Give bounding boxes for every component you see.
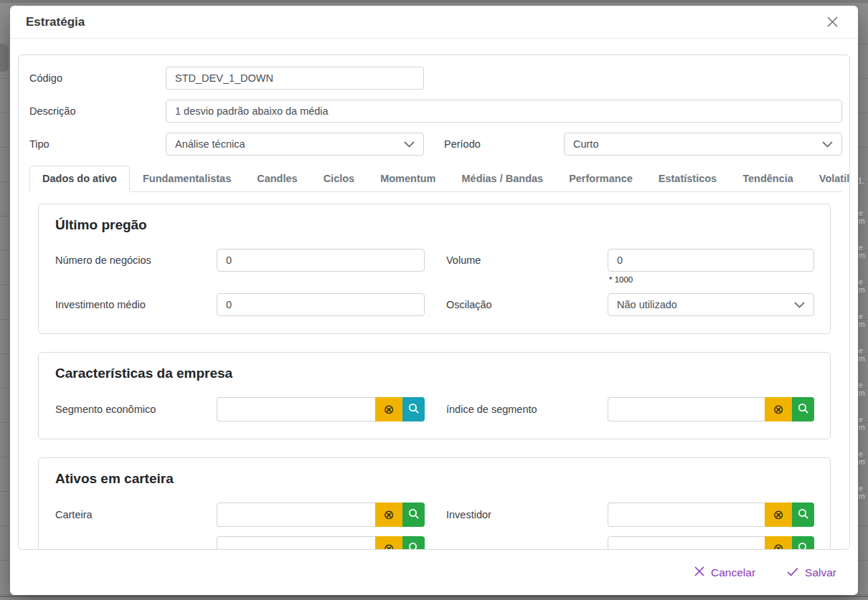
background-row-fragment: em [859, 313, 868, 347]
clear-button[interactable]: ⊗ [375, 536, 402, 550]
segmento-economico-input[interactable] [217, 397, 375, 422]
cancel-button[interactable]: Cancelar [692, 562, 758, 584]
search-button[interactable] [402, 397, 425, 422]
numero-negocios-input[interactable] [217, 249, 425, 272]
clear-button[interactable]: ⊗ [765, 397, 792, 422]
section-caracteristicas-empresa: Características da empresa Segmento econ… [38, 352, 831, 439]
tipo-label: Tipo [29, 138, 166, 150]
volume-input[interactable] [608, 249, 814, 272]
segmento-economico-label: Segmento econômico [55, 404, 217, 415]
tab-ciclos[interactable]: Ciclos [311, 166, 368, 192]
section-title: Último pregão [55, 217, 814, 233]
tab-momentum[interactable]: Momentum [367, 166, 448, 192]
investimento-medio-input[interactable] [217, 293, 425, 316]
section-title: Características da empresa [55, 366, 814, 381]
clipped-search-group: ⊗ [217, 536, 425, 550]
tipo-select-value: Análise técnica [175, 138, 245, 150]
tab-tendencia[interactable]: Tendência [730, 166, 806, 192]
tipo-periodo-row: Tipo Análise técnica Período Curto [29, 133, 842, 156]
tab-estatisticos[interactable]: Estatísticos [646, 166, 730, 192]
search-icon [798, 542, 809, 551]
dialog-header: Estratégia [10, 6, 858, 39]
tab-candles[interactable]: Candles [244, 166, 310, 192]
tab-volatilidade[interactable]: Volatilidade [806, 166, 850, 192]
search-button[interactable] [402, 503, 425, 527]
indice-segmento-input[interactable] [608, 397, 765, 422]
dialog-form-container: Código Descrição Tipo Análise técnica Pe… [18, 54, 850, 550]
clear-button[interactable]: ⊗ [765, 536, 792, 550]
background-table-fragments: em em em em em em em em em [859, 209, 868, 519]
tab-dados-do-ativo[interactable]: Dados do ativo [29, 166, 130, 192]
volume-field: * 1000 [608, 249, 814, 272]
background-text-fragment: 1. [858, 176, 864, 185]
carteira-label: Carteira [55, 509, 217, 520]
background-row-fragment: em [859, 485, 868, 519]
search-icon [408, 403, 420, 416]
descricao-label: Descrição [29, 105, 166, 117]
search-button[interactable] [402, 536, 425, 550]
search-icon [408, 542, 420, 551]
section-title: Ativos em carteira [55, 471, 814, 487]
close-button[interactable] [824, 14, 841, 30]
field-row: Carteira ⊗ Investidor ⊗ [55, 503, 814, 527]
section-ultimo-pregao: Último pregão Número de negócios Volume … [38, 204, 831, 334]
search-icon [408, 508, 420, 522]
periodo-select[interactable]: Curto [564, 133, 842, 156]
volume-label: Volume [446, 254, 608, 266]
investimento-medio-label: Investimento médio [55, 299, 217, 310]
segmento-economico-search-group: ⊗ [217, 397, 425, 422]
clipped-input[interactable] [608, 536, 765, 550]
close-icon [827, 19, 838, 29]
chevron-down-icon [404, 141, 415, 148]
background-row-fragment: em [859, 450, 868, 485]
strategy-tabstrip: Dados do ativo Fundamentalistas Candles … [29, 166, 842, 192]
clear-circle-x-icon: ⊗ [773, 403, 783, 416]
investidor-label: Investidor [446, 509, 608, 520]
codigo-label: Código [29, 72, 166, 84]
tipo-select[interactable]: Análise técnica [166, 133, 424, 156]
codigo-input[interactable] [166, 67, 424, 90]
tab-performance[interactable]: Performance [556, 166, 646, 192]
background-top-edge [0, 0, 868, 3]
field-row-clipped: ⊗ ⊗ [55, 536, 814, 550]
background-row-fragment: em [859, 244, 868, 278]
background-button-fragment [0, 44, 9, 72]
oscilacao-select[interactable]: Não utilizado [608, 293, 814, 316]
descricao-input[interactable] [166, 100, 842, 123]
oscilacao-select-value: Não utilizado [617, 299, 677, 310]
save-check-icon [787, 566, 798, 579]
tab-fundamentalistas[interactable]: Fundamentalistas [130, 166, 244, 192]
search-button[interactable] [792, 536, 814, 550]
clear-button[interactable]: ⊗ [375, 397, 402, 422]
search-button[interactable] [792, 397, 814, 422]
background-row-fragment: em [859, 416, 868, 450]
descricao-row: Descrição [29, 100, 842, 123]
carteira-input[interactable] [217, 503, 375, 527]
chevron-down-icon [794, 302, 805, 308]
clear-button[interactable]: ⊗ [375, 503, 402, 527]
clear-circle-x-icon: ⊗ [383, 403, 394, 416]
background-row-fragment: em [859, 381, 868, 416]
dialog-title: Estratégia [26, 15, 85, 29]
field-row: Investimento médio Oscilação Não utiliza… [55, 293, 814, 316]
periodo-select-value: Curto [573, 138, 598, 150]
field-row: Segmento econômico ⊗ índice de segmento [55, 397, 814, 422]
indice-segmento-search-group: ⊗ [608, 397, 814, 422]
background-row-fragment: em [859, 278, 868, 313]
oscilacao-label: Oscilação [446, 299, 608, 310]
clear-circle-x-icon: ⊗ [773, 542, 783, 550]
clipped-input[interactable] [217, 536, 375, 550]
investidor-search-group: ⊗ [608, 503, 814, 527]
tab-panel-dados-do-ativo: Último pregão Número de negócios Volume … [29, 192, 842, 550]
save-button[interactable]: Salvar [784, 562, 839, 584]
numero-negocios-label: Número de negócios [55, 254, 217, 266]
save-button-label: Salvar [805, 566, 836, 579]
investidor-input[interactable] [608, 503, 765, 527]
tab-medias-bandas[interactable]: Médias / Bandas [449, 166, 557, 192]
cancel-button-label: Cancelar [711, 566, 755, 579]
carteira-search-group: ⊗ [217, 503, 425, 527]
clipped-search-group: ⊗ [608, 536, 814, 550]
search-button[interactable] [792, 503, 814, 527]
clear-button[interactable]: ⊗ [765, 503, 792, 527]
cancel-x-icon [694, 566, 704, 579]
